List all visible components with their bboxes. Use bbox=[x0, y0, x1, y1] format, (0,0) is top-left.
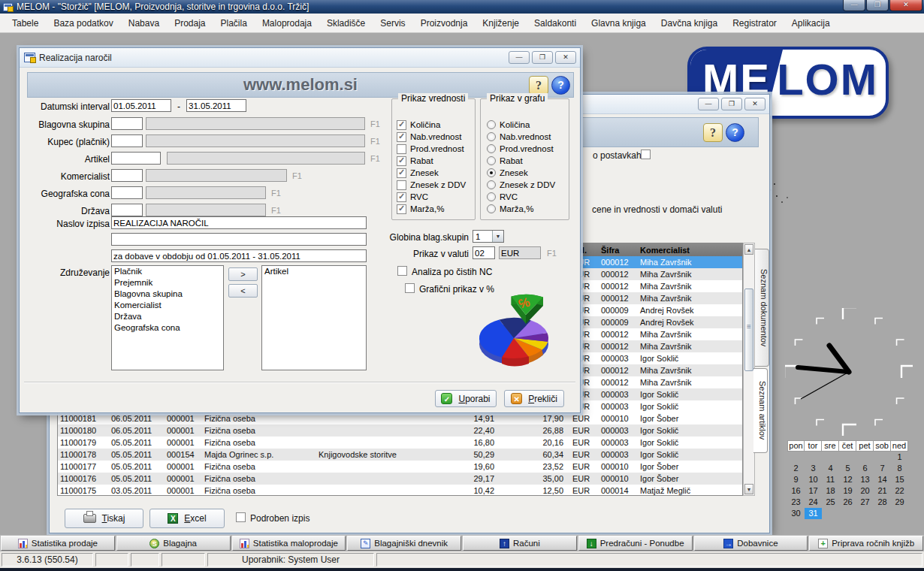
radio-button-icon[interactable] bbox=[487, 144, 496, 153]
list-item-prejemnik[interactable]: Prejemnik bbox=[112, 277, 223, 289]
drzava-input[interactable] bbox=[111, 204, 143, 216]
preklici-button[interactable]: ✕ Prekliči bbox=[504, 390, 564, 407]
date-from-input[interactable] bbox=[111, 99, 171, 112]
scroll-up-icon[interactable]: ▲ bbox=[744, 244, 753, 255]
tab-seznam-dokumentov[interactable]: Seznam dokumentov bbox=[755, 249, 769, 367]
postavkah-checkbox[interactable] bbox=[641, 150, 651, 159]
document-row[interactable]: 1100017503.05.2011000001Fizična oseba10,… bbox=[58, 485, 742, 496]
blagovna-skupina-input[interactable] bbox=[111, 117, 143, 130]
globina-select[interactable]: 1 ▼ bbox=[473, 230, 504, 243]
list-maximize-button[interactable]: ❐ bbox=[721, 98, 742, 110]
radio-button-icon[interactable] bbox=[487, 156, 496, 165]
dialog-minimize-button[interactable]: — bbox=[509, 51, 530, 64]
list-item-artikel[interactable]: Artikel bbox=[262, 266, 366, 277]
radio-nab-vrednost[interactable]: Nab.vrednost bbox=[487, 131, 567, 143]
scroll-down-icon[interactable]: ▼ bbox=[744, 484, 753, 494]
taskbar-statistika-maloprodaje[interactable]: Statistika maloprodaje bbox=[232, 536, 346, 551]
naslov-izpisa-input2[interactable] bbox=[111, 233, 367, 246]
taskbar-dobavnice[interactable]: Dobavnice bbox=[694, 536, 808, 551]
checkbox-box-icon[interactable] bbox=[397, 132, 406, 142]
menu-item-proizvodnja[interactable]: Proizvodnja bbox=[413, 16, 476, 31]
radio-znesek[interactable]: Znesek bbox=[487, 167, 567, 179]
menu-item-aplikacija[interactable]: Aplikacija bbox=[784, 16, 838, 31]
tiskaj-button[interactable]: Tiskaj bbox=[65, 509, 143, 528]
radio-button-icon[interactable] bbox=[487, 168, 496, 177]
radio-prod-vrednost[interactable]: Prod.vrednost bbox=[487, 143, 567, 155]
naslov-izpisa-input[interactable] bbox=[111, 216, 367, 229]
list-item-blagovna-skupina[interactable]: Blagovna skupina bbox=[112, 289, 223, 300]
maximize-button[interactable]: ❐ bbox=[866, 0, 889, 11]
list-close-button[interactable]: ✕ bbox=[744, 98, 765, 110]
checkbox-rvc[interactable]: RVC bbox=[397, 191, 473, 203]
menu-item-maloprodaja[interactable]: Maloprodaja bbox=[255, 16, 319, 31]
document-row[interactable]: 1100017905.05.2011000001Fizična oseba16,… bbox=[58, 437, 742, 449]
menu-item-registrator[interactable]: Registrator bbox=[725, 16, 784, 31]
checkbox-box-icon[interactable] bbox=[397, 120, 406, 130]
menu-item-knji-enje[interactable]: Knjiženje bbox=[475, 16, 527, 31]
menu-item-servis[interactable]: Servis bbox=[373, 16, 412, 31]
checkbox-nab-vrednost[interactable]: Nab.vrednost bbox=[397, 131, 473, 143]
taskbar-predra-uni-ponudbe[interactable]: Predračuni - Ponudbe bbox=[578, 536, 693, 551]
artikel-input[interactable] bbox=[111, 152, 161, 165]
analiza-checkbox[interactable] bbox=[397, 266, 407, 276]
zdruzevanje-available-list[interactable]: PlačnikPrejemnikBlagovna skupinaKomercia… bbox=[111, 265, 224, 370]
list-minimize-button[interactable]: — bbox=[698, 98, 719, 110]
menu-item-glavna-knjiga[interactable]: Glavna knjiga bbox=[584, 16, 654, 31]
list-item-pla-nik[interactable]: Plačnik bbox=[112, 266, 223, 277]
graficni-checkbox[interactable] bbox=[405, 283, 415, 293]
list-item-komercialist[interactable]: Komercialist bbox=[112, 300, 223, 311]
list-item-geografska-cona[interactable]: Geografska cona bbox=[112, 322, 223, 334]
document-row[interactable]: 1100018106.05.2011000001Fizična oseba14,… bbox=[58, 412, 742, 424]
chevron-down-icon[interactable]: ▼ bbox=[492, 231, 503, 242]
dialog-info-icon[interactable]: ? bbox=[551, 76, 570, 95]
checkbox-box-icon[interactable] bbox=[397, 156, 406, 166]
document-row[interactable]: 1100018006.05.2011000001Fizična oseba22,… bbox=[58, 424, 742, 437]
dialog-help-icon[interactable]: ? bbox=[529, 76, 548, 95]
checkbox-box-icon[interactable] bbox=[397, 180, 406, 190]
list-info-icon[interactable]: ? bbox=[726, 123, 744, 142]
radio-rabat[interactable]: Rabat bbox=[487, 155, 567, 167]
radio-button-icon[interactable] bbox=[487, 132, 496, 141]
radio-koli-ina[interactable]: Količina bbox=[487, 119, 567, 131]
checkbox-box-icon[interactable] bbox=[397, 192, 406, 202]
list-help-icon[interactable]: ? bbox=[703, 123, 723, 142]
scrollbar-thumb[interactable] bbox=[744, 289, 753, 371]
checkbox-box-icon[interactable] bbox=[397, 204, 406, 214]
menu-item-prodaja[interactable]: Prodaja bbox=[167, 16, 213, 31]
taskbar-priprava-ro-nih-knji-b[interactable]: Priprava ročnih knjižb bbox=[809, 536, 923, 551]
checkbox-znesek-z-ddv[interactable]: Znesek z DDV bbox=[397, 179, 473, 191]
radio-mar-a[interactable]: Marža,% bbox=[487, 203, 567, 215]
menu-item-saldakonti[interactable]: Saldakonti bbox=[527, 16, 584, 31]
document-row[interactable]: 1100017805.05.2011000154Majda Ogrinec s.… bbox=[58, 449, 742, 461]
dialog-maximize-button[interactable]: ❐ bbox=[532, 51, 553, 64]
menu-item-skladi-e[interactable]: Skladišče bbox=[319, 16, 373, 31]
taskbar-blagajni-ki-dnevnik[interactable]: Blagajniški dnevnik bbox=[347, 536, 461, 551]
menu-item-baza-podatkov[interactable]: Baza podatkov bbox=[46, 16, 120, 31]
checkbox-box-icon[interactable] bbox=[397, 168, 406, 178]
dialog-close-button[interactable]: ✕ bbox=[555, 51, 576, 64]
taskbar-statistika-prodaje[interactable]: Statistika prodaje bbox=[1, 536, 115, 551]
menu-item-nabava[interactable]: Nabava bbox=[121, 16, 167, 31]
checkbox-koli-ina[interactable]: Količina bbox=[397, 119, 473, 131]
close-button[interactable]: ✕ bbox=[889, 0, 922, 11]
uporabi-button[interactable]: ✓ Uporabi bbox=[435, 390, 497, 407]
radio-button-icon[interactable] bbox=[487, 204, 496, 213]
document-row[interactable]: 1100017705.05.2011000001Fizična oseba19,… bbox=[58, 461, 742, 473]
excel-button[interactable]: X Excel bbox=[149, 509, 225, 528]
radio-rvc[interactable]: RVC bbox=[487, 191, 567, 203]
tab-seznam-artiklov[interactable]: Seznam artiklov bbox=[753, 368, 768, 453]
checkbox-box-icon[interactable] bbox=[397, 144, 406, 154]
radio-button-icon[interactable] bbox=[487, 120, 496, 129]
geografska-cona-input[interactable] bbox=[111, 186, 143, 199]
radio-button-icon[interactable] bbox=[487, 192, 496, 201]
menu-item-dav-na-knjiga[interactable]: Davčna knjiga bbox=[654, 16, 725, 31]
zdruzevanje-selected-list[interactable]: Artikel bbox=[261, 265, 367, 370]
kupec-input[interactable] bbox=[111, 134, 143, 147]
document-row[interactable]: 1100017605.05.2011000001Fizična oseba29,… bbox=[58, 473, 742, 485]
naslov-izpisa-input3[interactable] bbox=[111, 249, 367, 262]
minimize-button[interactable]: — bbox=[843, 0, 865, 11]
radio-button-icon[interactable] bbox=[487, 180, 496, 189]
checkbox-rabat[interactable]: Rabat bbox=[397, 155, 473, 167]
taskbar-blagajna[interactable]: Blagajna bbox=[116, 536, 231, 551]
checkbox-prod-vrednost[interactable]: Prod.vrednost bbox=[397, 143, 473, 155]
